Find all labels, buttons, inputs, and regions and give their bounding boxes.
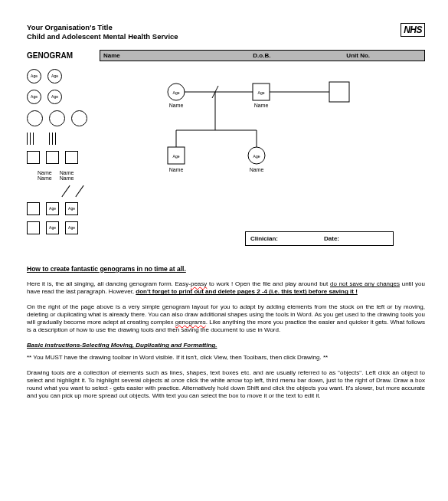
square-icon bbox=[46, 151, 59, 164]
circle-icon bbox=[49, 110, 65, 126]
diagonal-line-icon bbox=[73, 185, 83, 196]
circle-age-icon: Age bbox=[47, 90, 62, 104]
triple-bar-icon bbox=[27, 133, 34, 145]
square-icon bbox=[27, 202, 40, 215]
body-heading: How to create fantastic genograms in no … bbox=[27, 265, 425, 273]
stock-palette: Age Age Age Age bbox=[27, 69, 115, 246]
clinician-box: Clinician: Date: bbox=[245, 231, 394, 246]
info-bar: Name D.o.B. Unit No. bbox=[100, 50, 425, 61]
triple-bar-icon bbox=[49, 133, 56, 145]
date-label: Date: bbox=[324, 235, 339, 242]
circle-icon bbox=[71, 110, 87, 126]
clinician-label: Clinician: bbox=[250, 235, 278, 242]
square-age-icon: Age bbox=[65, 221, 78, 234]
age-label: Age bbox=[253, 154, 260, 159]
name-label: Name bbox=[169, 167, 184, 172]
circle-age-icon: Age bbox=[47, 69, 62, 84]
square-age-icon: Age bbox=[46, 221, 59, 234]
field-name: Name bbox=[103, 52, 253, 59]
nhs-badge: NHS bbox=[401, 23, 425, 37]
org-subtitle: Child and Adolescent Mental Health Servi… bbox=[27, 32, 178, 41]
paragraph-2: On the right of the page above is a very… bbox=[27, 303, 425, 334]
square-age-icon: Age bbox=[46, 202, 59, 215]
circle-age-icon: Age bbox=[27, 90, 41, 104]
name-label: Name bbox=[254, 103, 269, 108]
name-labels: Name Name Name Name bbox=[38, 170, 115, 181]
org-title-block: Your Organisation's Title Child and Adol… bbox=[27, 23, 178, 42]
age-label: Age bbox=[173, 90, 180, 95]
header: Your Organisation's Title Child and Adol… bbox=[27, 23, 425, 42]
paragraph-3: ** You MUST have the drawing toolbar in … bbox=[27, 354, 425, 362]
name-label: Name bbox=[250, 167, 264, 172]
circle-age-icon: Age bbox=[27, 69, 41, 84]
org-title: Your Organisation's Title bbox=[27, 23, 178, 32]
square-icon bbox=[65, 151, 78, 164]
body-text: How to create fantastic genograms in no … bbox=[27, 265, 425, 401]
square-icon bbox=[27, 221, 40, 234]
field-unit: Unit No. bbox=[346, 52, 421, 59]
genogram-diagram: Age Name Age Name Age Name bbox=[130, 69, 425, 246]
svg-rect-5 bbox=[329, 82, 349, 102]
sub-heading: Basic instructions-Selecting Moving, Dup… bbox=[27, 342, 425, 349]
square-age-icon: Age bbox=[65, 202, 78, 215]
paragraph-1: Here it is, the all singing, all dancing… bbox=[27, 280, 425, 296]
section-title: GENOGRAM bbox=[27, 51, 73, 60]
circle-icon bbox=[27, 110, 43, 126]
age-label: Age bbox=[173, 154, 180, 159]
age-label: Age bbox=[258, 90, 265, 95]
section-row: GENOGRAM Name D.o.B. Unit No. bbox=[27, 50, 425, 61]
name-label: Name bbox=[169, 103, 184, 108]
paragraph-4: Drawing tools are a collection of elemen… bbox=[27, 369, 425, 400]
square-icon bbox=[27, 151, 40, 164]
field-dob: D.o.B. bbox=[253, 52, 346, 59]
diagonal-line-icon bbox=[59, 185, 70, 196]
